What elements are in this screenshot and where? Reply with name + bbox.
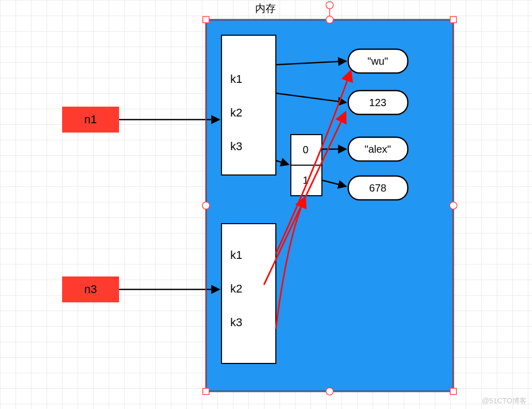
dict3-k1: k1 bbox=[230, 249, 242, 261]
dict1-box: k1 k2 k3 bbox=[221, 35, 276, 175]
value-123-text: 123 bbox=[369, 97, 386, 108]
dict1-k2: k2 bbox=[230, 106, 242, 119]
dict3-k3: k3 bbox=[230, 316, 242, 329]
svg-rect-12 bbox=[203, 388, 209, 395]
dict3-k2: k2 bbox=[230, 282, 242, 295]
svg-point-17 bbox=[450, 202, 457, 209]
variable-n1: n1 bbox=[62, 107, 119, 133]
value-123: 123 bbox=[348, 91, 408, 114]
svg-rect-11 bbox=[450, 17, 456, 23]
dict1-k3: k3 bbox=[230, 140, 242, 153]
watermark: @51CTO博客 bbox=[482, 397, 527, 406]
list-index-0: 0 bbox=[303, 144, 308, 155]
variable-n3: n3 bbox=[62, 276, 119, 302]
dict3-box: k1 k2 k3 bbox=[221, 224, 276, 363]
svg-rect-13 bbox=[450, 388, 456, 395]
value-678-text: 678 bbox=[369, 182, 386, 194]
list-box: 0 1 bbox=[291, 135, 322, 196]
svg-rect-3 bbox=[221, 224, 276, 363]
svg-rect-2 bbox=[221, 35, 276, 175]
memory-title: 内存 bbox=[255, 3, 276, 14]
svg-rect-10 bbox=[203, 17, 209, 23]
variable-n3-label: n3 bbox=[84, 283, 97, 296]
value-alex: "alex" bbox=[348, 137, 408, 161]
dict1-k1: k1 bbox=[230, 72, 242, 85]
value-678: 678 bbox=[348, 176, 408, 200]
svg-point-15 bbox=[326, 388, 333, 395]
svg-point-14 bbox=[326, 16, 333, 23]
rotation-handle bbox=[326, 2, 333, 9]
value-wu: "wu" bbox=[348, 49, 408, 73]
svg-point-16 bbox=[202, 202, 210, 209]
variable-n1-label: n1 bbox=[84, 113, 97, 126]
value-alex-text: "alex" bbox=[365, 143, 391, 155]
value-wu-text: "wu" bbox=[367, 55, 388, 67]
diagram-canvas: 内存 n1 n3 k1 k2 k3 k1 k2 k3 0 1 "wu" 123 bbox=[0, 0, 532, 409]
